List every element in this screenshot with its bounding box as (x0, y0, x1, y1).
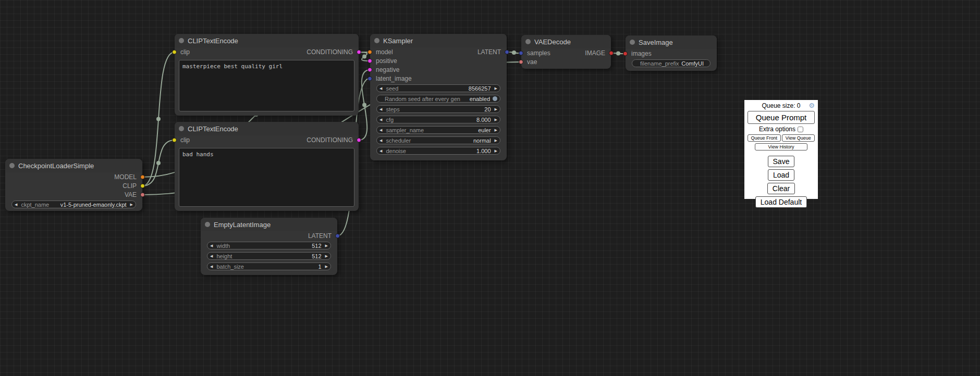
decrement-arrow-icon[interactable]: ◀ (379, 149, 382, 153)
node-title-bar[interactable]: CheckpointLoaderSimple (5, 159, 142, 172)
widget-scheduler[interactable]: ◀ scheduler normal ▶ (376, 136, 500, 144)
negative-prompt-textarea[interactable]: bad hands (179, 148, 354, 207)
decrement-arrow-icon[interactable]: ◀ (379, 107, 382, 111)
port-clip-input-positive[interactable] (172, 49, 177, 54)
queue-front-button[interactable]: Queue Front (748, 134, 781, 142)
port-conditioning-output-positive[interactable] (357, 49, 361, 54)
increment-arrow-icon[interactable]: ▶ (495, 86, 497, 90)
port-clip-input-negative[interactable] (172, 137, 177, 142)
node-checkpoint-loader-simple[interactable]: CheckpointLoaderSimple MODEL CLIP VAE ◀ … (5, 159, 142, 211)
widget-label: denoise (386, 148, 406, 154)
decrement-arrow-icon[interactable]: ◀ (210, 265, 213, 268)
port-image-output[interactable] (609, 51, 614, 55)
widget-filename-prefix[interactable]: filename_prefix ComfyUI (632, 59, 710, 67)
widget-steps[interactable]: ◀ steps 20 ▶ (376, 105, 500, 113)
node-title-bar[interactable]: SaveImage (626, 35, 717, 49)
extra-options-checkbox[interactable] (798, 127, 803, 132)
load-default-button[interactable]: Load Default (755, 196, 807, 208)
slot-row: clip CONDITIONING (175, 47, 359, 56)
port-clip-output[interactable] (140, 183, 145, 188)
port-samples-input[interactable] (519, 51, 523, 55)
decrement-arrow-icon[interactable]: ◀ (210, 254, 213, 258)
node-title-bar[interactable]: CLIPTextEncode (175, 122, 359, 135)
decrement-arrow-icon[interactable]: ◀ (379, 118, 382, 121)
widget-random-seed-toggle[interactable]: Random seed after every gen enabled (376, 95, 500, 103)
link-midpoint-dot-negative-conditioning-to-ksampler[interactable] (362, 103, 366, 107)
node-clip-text-encode-positive[interactable]: CLIPTextEncode clip CONDITIONING masterp… (175, 34, 359, 116)
widget-value: enabled (470, 96, 490, 102)
next-value-arrow-icon[interactable]: ▶ (130, 203, 133, 206)
port-images-input[interactable] (623, 51, 628, 56)
toggle-indicator-icon[interactable] (493, 96, 497, 101)
view-history-button[interactable]: View History (755, 143, 807, 151)
node-status-dot-icon[interactable] (205, 222, 210, 227)
slot-row: clip CONDITIONING (175, 135, 359, 144)
next-value-arrow-icon[interactable]: ▶ (495, 128, 497, 132)
port-vae-input[interactable] (519, 59, 523, 64)
node-title: SaveImage (639, 39, 673, 46)
decrement-arrow-icon[interactable]: ◀ (210, 244, 213, 247)
widget-value: normal (473, 137, 491, 144)
port-latent-output-empty[interactable] (335, 233, 340, 238)
port-latent-output-ksampler[interactable] (505, 49, 509, 54)
port-positive-input[interactable] (368, 58, 372, 63)
node-save-image[interactable]: SaveImage images filename_prefix ComfyUI (626, 35, 717, 71)
increment-arrow-icon[interactable]: ▶ (325, 254, 328, 258)
port-negative-input[interactable] (368, 67, 372, 72)
port-vae-output[interactable] (140, 192, 145, 197)
next-value-arrow-icon[interactable]: ▶ (495, 139, 497, 142)
clear-button[interactable]: Clear (767, 183, 795, 194)
load-button[interactable]: Load (768, 169, 794, 181)
node-status-dot-icon[interactable] (630, 40, 635, 45)
node-status-dot-icon[interactable] (525, 39, 531, 44)
link-midpoint-dot-vaedecode-image-to-saveimage[interactable] (616, 52, 620, 56)
node-title-bar[interactable]: CLIPTextEncode (175, 34, 359, 47)
positive-prompt-textarea[interactable]: masterpiece best quality girl (179, 60, 354, 111)
link-midpoint-dot-checkpoint-clip-to-positive-encode[interactable] (156, 117, 161, 121)
node-status-dot-icon[interactable] (179, 126, 184, 131)
increment-arrow-icon[interactable]: ▶ (495, 118, 497, 121)
node-title-bar[interactable]: KSampler (370, 34, 507, 47)
save-button[interactable]: Save (768, 156, 795, 167)
view-queue-button[interactable]: View Queue (782, 134, 815, 142)
prev-value-arrow-icon[interactable]: ◀ (379, 139, 382, 142)
widget-height[interactable]: ◀ height 512 ▶ (207, 252, 331, 260)
port-model-input[interactable] (368, 49, 372, 54)
increment-arrow-icon[interactable]: ▶ (495, 107, 497, 111)
node-status-dot-icon[interactable] (179, 38, 184, 43)
slot-row: negative (370, 65, 507, 74)
widget-sampler-name[interactable]: ◀ sampler_name euler ▶ (376, 126, 500, 134)
settings-gear-icon[interactable]: ⚙ (808, 102, 815, 109)
port-conditioning-output-negative[interactable] (357, 137, 361, 142)
node-status-dot-icon[interactable] (9, 163, 15, 168)
increment-arrow-icon[interactable]: ▶ (495, 149, 497, 153)
widget-ckpt-name[interactable]: ◀ ckpt_name v1-5-pruned-emaonly.ckpt ▶ (11, 200, 136, 208)
link-midpoint-dot-positive-conditioning-to-ksampler[interactable] (362, 55, 366, 59)
node-ksampler[interactable]: KSampler model LATENT positive negative … (370, 34, 507, 160)
queue-prompt-button[interactable]: Queue Prompt (748, 111, 815, 124)
widget-value: 8.000 (476, 117, 491, 123)
node-empty-latent-image[interactable]: EmptyLatentImage LATENT ◀ width 512 ▶ ◀ … (201, 218, 337, 275)
widget-seed[interactable]: ◀ seed 8566257 ▶ (376, 84, 500, 92)
port-model-output[interactable] (140, 174, 145, 179)
prev-value-arrow-icon[interactable]: ◀ (15, 203, 17, 206)
node-status-dot-icon[interactable] (374, 38, 379, 43)
port-latent-image-input[interactable] (368, 76, 372, 81)
link-midpoint-dot-ksampler-latent-to-vaedecode[interactable] (512, 51, 516, 55)
output-label-model: MODEL (114, 173, 137, 181)
prev-value-arrow-icon[interactable]: ◀ (379, 128, 382, 132)
node-title-bar[interactable]: EmptyLatentImage (201, 218, 337, 231)
decrement-arrow-icon[interactable]: ◀ (379, 86, 382, 90)
widget-denoise[interactable]: ◀ denoise 1.000 ▶ (376, 147, 500, 155)
widget-cfg[interactable]: ◀ cfg 8.000 ▶ (376, 116, 500, 123)
node-vae-decode[interactable]: VAEDecode samples IMAGE vae (521, 35, 611, 69)
widget-width[interactable]: ◀ width 512 ▶ (207, 242, 331, 249)
slot-row: model LATENT (370, 47, 507, 56)
widget-batch-size[interactable]: ◀ batch_size 1 ▶ (207, 262, 331, 270)
node-title: VAEDecode (534, 38, 571, 46)
link-midpoint-dot-checkpoint-clip-to-negative-encode[interactable] (156, 161, 161, 165)
node-title-bar[interactable]: VAEDecode (521, 35, 611, 48)
node-clip-text-encode-negative[interactable]: CLIPTextEncode clip CONDITIONING bad han… (175, 122, 359, 211)
increment-arrow-icon[interactable]: ▶ (325, 265, 328, 268)
increment-arrow-icon[interactable]: ▶ (325, 244, 328, 247)
